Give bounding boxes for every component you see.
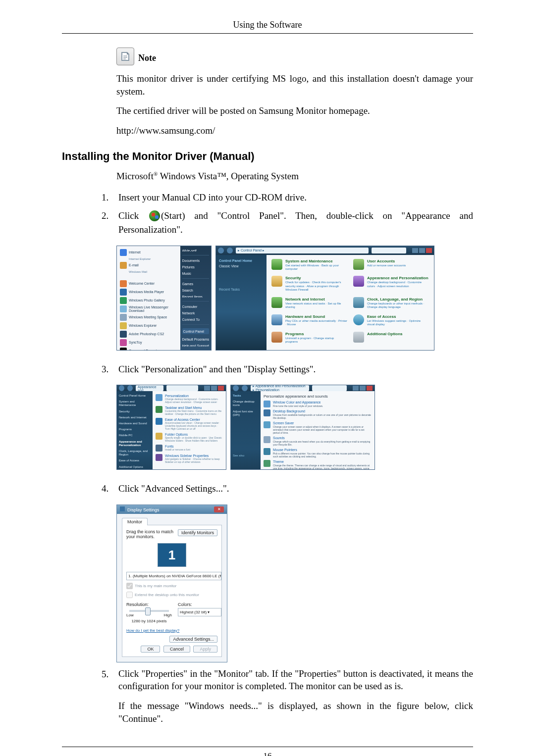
step-4: 4. Click "Advanced Settings...". xyxy=(102,482,473,496)
cancel-button[interactable]: Cancel xyxy=(163,646,190,653)
extend-desktop-checkbox: Extend the desktop onto this monitor xyxy=(126,592,217,598)
display-device-select[interactable]: 1. (Multiple Monitors) on NVIDIA GeForce… xyxy=(126,572,221,580)
appearance-category[interactable]: Appearance and PersonalizationChange des… xyxy=(353,276,429,294)
main-monitor-checkbox: This is my main monitor xyxy=(126,583,217,589)
colors-select[interactable]: Highest (32 bit) ▾ xyxy=(178,608,221,616)
start-control-panel[interactable]: Control Panel xyxy=(182,328,209,334)
appearance-personalization-screenshot: ▸ Control Panel ▸ Appearance and Persona… xyxy=(116,385,226,470)
close-icon[interactable] xyxy=(426,248,432,253)
samsung-url: http://www.samsung.com/ xyxy=(116,124,473,137)
figure-step3: ▸ Control Panel ▸ Appearance and Persona… xyxy=(116,385,473,470)
step-5: 5. Click "Properties" in the "Monitor" t… xyxy=(102,667,473,732)
figure-step2: Internet Internet Explorer E-mail Window… xyxy=(116,246,473,351)
note-paragraph-2: The certified driver will be posted on S… xyxy=(116,104,473,117)
address-bar[interactable]: ▸ Control Panel ▸ xyxy=(236,248,369,253)
header-rule xyxy=(62,33,473,34)
step-1: 1. Insert your Manual CD into your CD-RO… xyxy=(102,191,473,204)
monitor-tab[interactable]: Monitor xyxy=(122,518,148,525)
control-panel-screenshot: ▸ Control Panel ▸ Control Panel Home Cla… xyxy=(215,246,434,351)
apply-button: Apply xyxy=(193,646,217,653)
resolution-value: 1280 by 1024 pixels xyxy=(126,619,172,623)
step-2: 2. Click (Start) and "Control Panel". Th… xyxy=(102,209,473,236)
nav-back-icon[interactable] xyxy=(218,248,224,253)
footer-rule xyxy=(62,747,473,747)
advanced-settings-button[interactable]: Advanced Settings... xyxy=(169,636,217,643)
dialog-title: Display Settings xyxy=(120,506,160,512)
page-number: 16 xyxy=(62,751,473,756)
step-3: 3. Click "Personalization" and then "Dis… xyxy=(102,362,473,376)
monitor-preview[interactable]: 1 xyxy=(158,543,186,567)
note-icon xyxy=(116,48,134,65)
note-label: Note xyxy=(138,53,156,65)
resolution-slider[interactable] xyxy=(129,610,169,612)
running-header: Using the Software xyxy=(62,20,473,30)
display-settings-dialog: Display Settings ✕ Monitor Identify Moni… xyxy=(116,504,227,662)
minimize-icon[interactable] xyxy=(412,248,418,253)
section-heading: Installing the Monitor Driver (Manual) xyxy=(62,150,473,163)
identify-monitors-button[interactable]: Identify Monitors xyxy=(178,529,217,536)
start-icon xyxy=(149,210,160,221)
nav-forward-icon[interactable] xyxy=(227,248,233,253)
personalization-screenshot: ▸ Appearance and Personalization ▸ Perso… xyxy=(230,385,375,470)
cp-search-input[interactable] xyxy=(372,248,406,253)
maximize-icon[interactable] xyxy=(419,248,425,253)
personalization-link[interactable]: PersonalizationChange desktop background… xyxy=(156,394,223,403)
start-menu-screenshot: Internet Internet Explorer E-mail Window… xyxy=(116,246,212,351)
dialog-close-button[interactable]: ✕ xyxy=(214,506,224,512)
note-paragraph-1: This monitor driver is under certifying … xyxy=(116,72,473,98)
best-display-link[interactable]: How do I get the best display? xyxy=(126,628,179,633)
os-line: Microsoft® Windows Vista™, Operating Sys… xyxy=(116,171,473,182)
ok-button[interactable]: OK xyxy=(141,646,160,653)
drag-instruction: Drag the icons to match your monitors. xyxy=(126,529,173,539)
